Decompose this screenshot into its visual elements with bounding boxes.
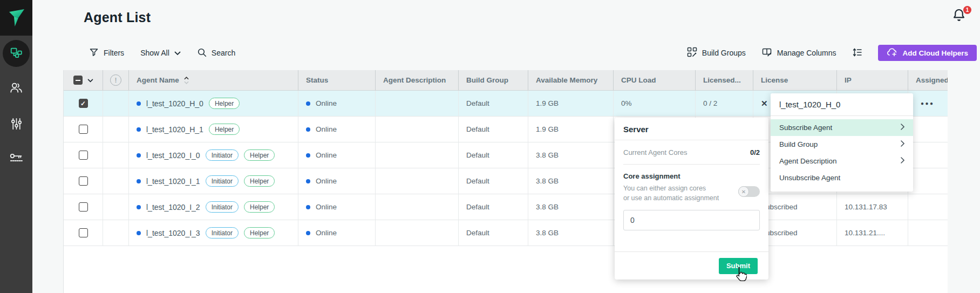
status-label: Online xyxy=(316,151,337,159)
toolbar: Filters Show All Search xyxy=(89,44,977,62)
header-agent-name[interactable]: Agent Name xyxy=(129,70,298,91)
chevron-right-icon xyxy=(901,157,904,165)
row-select-cell xyxy=(64,142,103,168)
select-all-checkbox[interactable] xyxy=(73,76,83,85)
agent-tag-badge: Initiator xyxy=(206,227,239,239)
agent-name-cell[interactable]: l_test_1020_I_3InitiatorHelper xyxy=(129,220,298,246)
row-checkbox[interactable] xyxy=(79,228,88,237)
ip-cell: 10.131.17.83 xyxy=(837,194,908,220)
cloud-plus-icon xyxy=(887,48,897,58)
build-group-cell: Default xyxy=(459,168,528,194)
available-memory-cell: 3.8 GB xyxy=(528,194,614,220)
agent-tag-badge: Helper xyxy=(244,227,275,239)
table-header-row: ! Agent Name Status Agent Description Bu… xyxy=(64,70,948,91)
row-checkbox[interactable] xyxy=(79,125,88,134)
header-licensed[interactable]: Licensed... xyxy=(696,70,753,91)
row-select-cell xyxy=(64,117,103,142)
sidebar-item-agents[interactable] xyxy=(0,36,32,71)
status-dot-icon xyxy=(306,101,310,106)
agent-name-cell[interactable]: l_test_1020_I_1InitiatorHelper xyxy=(129,168,298,194)
agent-tag-badge: Helper xyxy=(244,201,275,213)
context-menu-item[interactable]: Unsubscribe Agent xyxy=(771,169,913,186)
agent-tag-badge: Initiator xyxy=(206,201,239,213)
info-icon[interactable]: ! xyxy=(110,74,121,86)
header-available-memory[interactable]: Available Memory xyxy=(528,70,614,91)
select-menu-chevron-icon[interactable] xyxy=(87,76,93,84)
status-label: Online xyxy=(316,229,337,237)
ip-cell: 10.131.21.... xyxy=(837,220,908,246)
context-menu-item[interactable]: Agent Description xyxy=(771,153,913,169)
row-select-cell: ✓ xyxy=(64,91,103,117)
licensed-cell: 0 / 2 xyxy=(696,91,753,117)
cpu-load-cell: 0% xyxy=(614,91,696,117)
context-menu-item[interactable]: Build Group xyxy=(771,136,913,153)
sidebar-item-users[interactable] xyxy=(0,71,32,107)
table-row[interactable]: l_test_1020_I_2InitiatorHelperOnlineDefa… xyxy=(64,194,948,220)
cores-input[interactable] xyxy=(623,210,760,230)
sort-icon[interactable] xyxy=(184,77,189,84)
notification-badge: 1 xyxy=(963,6,971,14)
filters-button[interactable]: Filters xyxy=(89,47,124,59)
build-group-cell: Default xyxy=(459,220,528,246)
build-group-cell: Default xyxy=(459,194,528,220)
header-agent-description[interactable]: Agent Description xyxy=(376,70,459,91)
row-checkbox[interactable]: ✓ xyxy=(79,99,88,108)
row-info-cell xyxy=(103,142,129,168)
build-group-cell: Default xyxy=(459,91,528,117)
row-actions-button[interactable]: ●●● xyxy=(916,100,935,106)
status-dot-icon xyxy=(306,231,310,235)
status-dot-icon xyxy=(306,127,310,132)
assigned-cell xyxy=(908,168,948,194)
popup-title: Server xyxy=(615,118,768,140)
available-memory-cell: 1.9 GB xyxy=(528,117,614,142)
context-menu-items: Subscribe AgentBuild GroupAgent Descript… xyxy=(771,119,913,186)
status-dot-icon xyxy=(306,205,310,209)
agent-dot-icon xyxy=(137,205,141,209)
header-build-group[interactable]: Build Group xyxy=(459,70,528,91)
notifications-button[interactable]: 1 xyxy=(951,7,970,26)
agent-name-cell[interactable]: l_test_1020_H_0Helper xyxy=(129,91,298,117)
row-info-cell xyxy=(103,220,129,246)
header-license[interactable]: License xyxy=(753,70,837,91)
agent-name-cell[interactable]: l_test_1020_H_1Helper xyxy=(129,117,298,142)
status-label: Online xyxy=(316,203,337,211)
agent-description-cell xyxy=(376,142,459,168)
users-icon xyxy=(9,81,23,97)
row-info-cell xyxy=(103,91,129,117)
agent-name-cell[interactable]: l_test_1020_I_2InitiatorHelper xyxy=(129,194,298,220)
sidebar-item-settings[interactable] xyxy=(0,107,32,142)
agent-description-cell xyxy=(376,220,459,246)
row-checkbox[interactable] xyxy=(79,202,88,212)
row-checkbox[interactable] xyxy=(79,151,88,160)
header-cpu-load[interactable]: CPU Load xyxy=(614,70,696,91)
context-menu-item-label: Unsubscribe Agent xyxy=(779,174,840,182)
build-groups-button[interactable]: Build Groups xyxy=(687,47,746,59)
table-row[interactable]: l_test_1020_I_3InitiatorHelperOnlineDefa… xyxy=(64,220,948,246)
add-cloud-helpers-button[interactable]: Add Cloud Helpers xyxy=(878,45,977,61)
agent-description-cell xyxy=(376,117,459,142)
row-select-cell xyxy=(64,220,103,246)
context-menu-item[interactable]: Subscribe Agent xyxy=(771,119,913,136)
search-button[interactable]: Search xyxy=(197,47,235,59)
agent-tag-badge: Helper xyxy=(209,124,240,135)
license-key-icon xyxy=(9,152,23,168)
agent-description-cell xyxy=(376,168,459,194)
agent-name: l_test_1020_I_2 xyxy=(146,203,200,212)
chevron-right-icon xyxy=(901,140,904,148)
close-icon[interactable]: ✕ xyxy=(761,99,768,108)
manage-columns-button[interactable]: Manage Columns xyxy=(762,47,836,59)
sidebar-item-license[interactable] xyxy=(0,142,32,178)
agent-name-cell[interactable]: l_test_1020_I_0InitiatorHelper xyxy=(129,142,298,168)
header-status[interactable]: Status xyxy=(298,70,376,91)
row-checkbox[interactable] xyxy=(79,176,88,186)
incredibuild-logo[interactable] xyxy=(0,0,32,36)
header-ip[interactable]: IP xyxy=(837,70,908,91)
show-all-dropdown[interactable]: Show All xyxy=(140,49,181,57)
agent-tag-badge: Helper xyxy=(209,98,240,109)
automatic-assignment-toggle[interactable]: ✕ xyxy=(738,186,760,197)
filter-funnel-icon xyxy=(89,47,99,59)
sort-rows-button[interactable] xyxy=(852,47,863,59)
header-assigned[interactable]: Assigned xyxy=(908,70,948,91)
server-popup: Server Current Agent Cores 0/2 Core assi… xyxy=(615,118,768,280)
agent-description-cell xyxy=(376,194,459,220)
